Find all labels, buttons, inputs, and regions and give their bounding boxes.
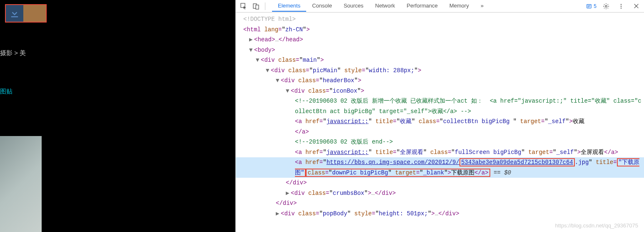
- comment-node-2[interactable]: <!--20190603 02 改版后 end-->: [236, 137, 644, 147]
- gear-icon[interactable]: [601, 1, 612, 12]
- tab-elements[interactable]: Elements: [272, 0, 306, 12]
- div-headerbox-node[interactable]: ▼<div class="headerBox">: [236, 76, 644, 86]
- issues-badge[interactable]: 5: [586, 3, 597, 9]
- tab-more[interactable]: »: [475, 0, 489, 12]
- close-icon[interactable]: [631, 1, 642, 12]
- body-node[interactable]: ▼<body>: [236, 45, 644, 55]
- breadcrumb: 摄影 > 美: [0, 49, 26, 57]
- comment-node-1[interactable]: <!--20190603 02 改版后 新增一个收藏 已收藏样式加一个act 如…: [236, 96, 644, 116]
- a-fullscreen-node[interactable]: <a href="javascript:;" title="全屏观看" clas…: [236, 147, 644, 158]
- div-close-headerbox[interactable]: </div>: [236, 198, 644, 209]
- devtools-toolbar: Elements Console Sources Network Perform…: [236, 0, 644, 13]
- svg-point-9: [621, 4, 622, 5]
- tab-network[interactable]: Network: [369, 0, 401, 12]
- svg-rect-0: [11, 16, 18, 17]
- div-popbody-node[interactable]: ▶<div class="popBody" style="height: 501…: [236, 209, 644, 219]
- div-close-iconbox[interactable]: </div>: [236, 178, 644, 188]
- html-node[interactable]: <html lang="zh-CN">: [236, 25, 644, 35]
- div-crumbsbox-node[interactable]: ▶<div class="crumbsBox">…</div>: [236, 188, 644, 199]
- doctype-node[interactable]: <!DOCTYPE html>: [236, 14, 644, 25]
- div-iconbox-node[interactable]: ▼<div class="iconBox">: [236, 86, 644, 96]
- head-node[interactable]: ▶<head>…</head>: [236, 35, 644, 45]
- issues-icon: [586, 3, 592, 9]
- photo-thumbnail: [0, 136, 42, 232]
- inspect-icon[interactable]: [238, 1, 249, 12]
- a-collect-node[interactable]: <a href="javascript:;" title="收藏" class=…: [236, 116, 644, 137]
- a-download-node-selected[interactable]: <a href="https://bbs.qn.img-space.com/20…: [236, 157, 644, 178]
- tab-memory[interactable]: Memory: [444, 0, 475, 12]
- svg-point-8: [605, 5, 607, 7]
- page-link[interactable]: 图贴: [0, 88, 12, 96]
- div-picmain-node[interactable]: ▼<div class="picMain" style="width: 288p…: [236, 66, 644, 76]
- divider: [265, 3, 265, 10]
- div-main-node[interactable]: ▼<div class="main">: [236, 55, 644, 66]
- issues-count: 5: [594, 3, 597, 9]
- kebab-menu-icon[interactable]: [616, 1, 627, 12]
- highlighted-download-button-area: [5, 4, 47, 23]
- tab-performance[interactable]: Performance: [401, 0, 443, 12]
- svg-point-10: [621, 5, 622, 6]
- tab-sources[interactable]: Sources: [338, 0, 369, 12]
- device-toggle-icon[interactable]: [251, 1, 262, 12]
- adjacent-button[interactable]: [23, 5, 46, 22]
- download-icon-button[interactable]: [6, 5, 23, 22]
- elements-dom-tree[interactable]: <!DOCTYPE html> <html lang="zh-CN"> ▶<he…: [236, 13, 644, 232]
- svg-point-11: [621, 8, 622, 8]
- watermark: https://blog.csdn.net/qq_29367075: [555, 222, 639, 229]
- devtools-panel: Elements Console Sources Network Perform…: [235, 0, 644, 232]
- download-icon: [9, 8, 20, 19]
- page-content-panel: 摄影 > 美 图贴: [0, 0, 235, 232]
- svg-rect-3: [256, 5, 259, 9]
- tab-console[interactable]: Console: [306, 0, 338, 12]
- devtools-tabs: Elements Console Sources Network Perform…: [272, 0, 489, 12]
